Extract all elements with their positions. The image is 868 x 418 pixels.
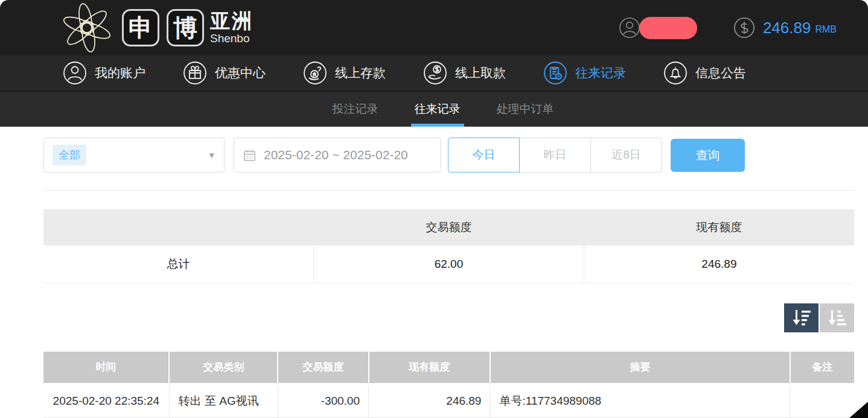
summary-col-empty [43, 209, 314, 245]
user-icon [63, 61, 87, 85]
nav-item-withdraw[interactable]: 线上取款 [423, 61, 506, 85]
record-remark [790, 384, 854, 418]
content-area: 全部 ▼ 2025-02-20 ~ 2025-02-20 今日 昨日 近8日 查… [0, 127, 868, 418]
nav-item-deposit[interactable]: 线上存款 [303, 61, 386, 85]
main-nav: 我的账户 优惠中心 线上存款 线上取款 [0, 55, 868, 92]
nav-item-my-account[interactable]: 我的账户 [63, 61, 145, 85]
clipboard-clock-icon [543, 61, 567, 85]
summary-col-balance: 现有额度 [584, 209, 854, 245]
filter-row: 全部 ▼ 2025-02-20 ~ 2025-02-20 今日 昨日 近8日 查… [43, 138, 854, 173]
record-time: 2025-02-20 22:35:24 [43, 384, 169, 418]
summary-total-amount: 62.00 [314, 245, 584, 283]
record-balance: 246.89 [369, 384, 490, 418]
sort-asc-icon [827, 308, 847, 328]
chevron-down-icon: ▼ [208, 151, 215, 160]
col-balance: 现有额度 [369, 352, 490, 384]
user-avatar-icon[interactable] [619, 17, 640, 39]
sort-ascending-button[interactable] [820, 303, 854, 332]
corner-widget-triangle[interactable] [849, 402, 868, 418]
balance-currency: RMB [815, 24, 837, 35]
col-remark: 备注 [790, 352, 854, 384]
withdraw-hand-icon [423, 61, 447, 85]
tab-betting-records[interactable]: 投注记录 [329, 92, 382, 127]
record-summary: 单号:117734989088 [490, 384, 790, 418]
col-type: 交易类别 [169, 352, 278, 384]
nav-label: 信息公告 [695, 65, 746, 81]
calendar-icon [243, 148, 257, 162]
record-tabs: 投注记录 往来记录 处理中订单 [0, 92, 868, 127]
nav-label: 往来记录 [575, 65, 626, 81]
logo-subtitle: Shenbo [210, 33, 254, 45]
summary-total-label: 总计 [43, 245, 314, 283]
sort-desc-icon [791, 308, 812, 328]
gift-icon [183, 61, 207, 85]
sort-descending-button[interactable] [784, 303, 819, 332]
bell-icon [663, 61, 688, 85]
summary-total-row: 总计 62.00 246.89 [43, 245, 854, 283]
tab-processing-orders[interactable]: 处理中订单 [493, 92, 558, 127]
tab-transaction-records[interactable]: 往来记录 [411, 92, 464, 127]
lotus-flower-icon [59, 1, 115, 54]
top-header: 申 博 亚洲 Shenbo 246.89 RMB [0, 0, 868, 55]
yesterday-button[interactable]: 昨日 [519, 138, 591, 173]
brand-logo[interactable]: 申 博 亚洲 Shenbo [59, 1, 254, 54]
summary-table: 交易额度 现有额度 总计 62.00 246.89 [43, 209, 854, 283]
date-range-input[interactable]: 2025-02-20 ~ 2025-02-20 [234, 138, 441, 173]
quick-date-button-group: 今日 昨日 近8日 [448, 138, 662, 173]
type-dropdown[interactable]: 全部 ▼ [43, 138, 225, 173]
col-summary: 摘要 [490, 352, 790, 384]
summary-col-amount: 交易额度 [314, 209, 584, 245]
record-amount: -300.00 [278, 384, 368, 418]
nav-item-promotions[interactable]: 优惠中心 [183, 61, 266, 85]
logo-char-box-1: 申 [122, 9, 159, 46]
nav-label: 线上取款 [455, 65, 506, 81]
section-divider [43, 190, 854, 191]
col-amount: 交易额度 [278, 352, 368, 384]
records-table: 时间 交易类别 交易额度 现有额度 摘要 备注 2025-02-20 22:35… [43, 352, 854, 418]
deposit-hand-icon [303, 61, 327, 85]
today-button[interactable]: 今日 [448, 138, 520, 173]
balance-amount: 246.89 [763, 19, 811, 37]
records-header-row: 时间 交易类别 交易额度 现有额度 摘要 备注 [43, 352, 854, 384]
dollar-coin-icon [733, 17, 755, 39]
type-dropdown-value: 全部 [53, 145, 86, 165]
logo-char-box-2: 博 [167, 9, 204, 46]
nav-label: 我的账户 [95, 65, 145, 81]
username-redacted-pill[interactable] [639, 17, 697, 39]
date-range-value: 2025-02-20 ~ 2025-02-20 [264, 148, 408, 162]
col-time: 时间 [43, 352, 169, 384]
nav-item-announcements[interactable]: 信息公告 [663, 61, 746, 85]
summary-header-row: 交易额度 现有额度 [43, 209, 854, 245]
nav-label: 线上存款 [335, 65, 386, 81]
record-type: 转出 至 AG视讯 [169, 384, 278, 418]
summary-total-balance: 246.89 [584, 245, 854, 283]
record-row: 2025-02-20 22:35:24 转出 至 AG视讯 -300.00 24… [43, 384, 854, 418]
last-8-days-button[interactable]: 近8日 [590, 138, 662, 173]
nav-item-transaction-records[interactable]: 往来记录 [543, 61, 626, 85]
logo-suffix: 亚洲 [210, 11, 254, 32]
sort-controls [43, 303, 854, 332]
search-button[interactable]: 查询 [671, 139, 745, 172]
nav-label: 优惠中心 [215, 65, 266, 81]
